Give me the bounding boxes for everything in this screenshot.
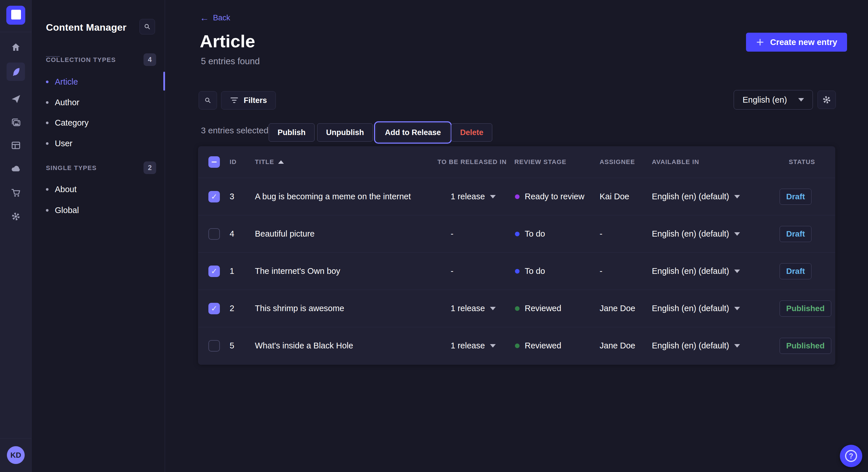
cell-available-dropdown[interactable]: English (en) (default) <box>650 192 778 201</box>
sidebar-item-category[interactable]: Category <box>46 114 155 131</box>
question-mark-icon: ? <box>845 450 857 462</box>
cloud-icon[interactable] <box>0 158 32 178</box>
media-icon[interactable] <box>0 112 32 133</box>
column-header-title[interactable]: TITLE <box>255 158 431 166</box>
home-icon[interactable] <box>0 37 32 57</box>
locale-select[interactable]: English (en) <box>734 90 813 109</box>
cell-released-dropdown[interactable]: 1 release <box>431 341 511 350</box>
chevron-down-icon <box>490 307 496 310</box>
row-checkbox[interactable] <box>208 228 220 240</box>
column-header-title-label: TITLE <box>255 158 274 166</box>
cell-id: 3 <box>229 192 255 201</box>
cell-assignee: Jane Doe <box>598 304 650 313</box>
sidebar-item-label: Global <box>55 206 79 215</box>
stage-label: Reviewed <box>525 341 561 350</box>
page-title: Article <box>200 31 255 51</box>
cell-available-dropdown[interactable]: English (en) (default) <box>650 229 778 239</box>
cell-available-dropdown[interactable]: English (en) (default) <box>650 304 778 313</box>
feather-icon[interactable] <box>7 63 25 81</box>
search-button[interactable] <box>198 91 217 109</box>
select-all-checkbox[interactable] <box>208 156 220 168</box>
cell-review-stage: To do <box>511 266 598 276</box>
column-header-assignee: ASSIGNEE <box>598 158 650 166</box>
row-checkbox[interactable] <box>208 266 220 277</box>
status-badge: Draft <box>780 189 811 205</box>
section-single-types: SINGLE TYPES <box>46 164 97 172</box>
sidebar-item-author[interactable]: Author <box>46 94 155 111</box>
row-checkbox[interactable] <box>208 340 220 351</box>
delete-button[interactable]: Delete <box>451 123 492 142</box>
table-row[interactable]: 5 What's inside a Black Hole 1 release R… <box>198 327 835 364</box>
column-header-released: TO BE RELEASED IN <box>431 158 511 166</box>
cell-review-stage: Reviewed <box>511 341 598 350</box>
cell-review-stage: Reviewed <box>511 304 598 313</box>
send-icon[interactable] <box>0 89 32 109</box>
single-types-count-badge: 2 <box>144 162 156 174</box>
create-button-label: Create new entry <box>770 38 837 47</box>
entries-table: ID TITLE TO BE RELEASED IN REVIEW STAGE … <box>198 146 835 365</box>
bullet-icon <box>46 80 49 83</box>
chevron-down-icon <box>490 344 496 347</box>
row-checkbox[interactable] <box>208 303 220 314</box>
view-settings-button[interactable] <box>817 91 836 109</box>
locale-value: English (en) <box>743 95 787 105</box>
chevron-down-icon <box>734 270 740 273</box>
sidebar-item-article[interactable]: Article <box>46 73 155 90</box>
chevron-down-icon <box>490 195 496 198</box>
bullet-icon <box>46 101 49 104</box>
stage-label: To do <box>525 229 545 239</box>
cell-title: What's inside a Black Hole <box>255 341 431 350</box>
back-link[interactable]: ← Back <box>200 13 230 22</box>
status-badge: Draft <box>780 263 811 279</box>
user-avatar[interactable]: KD <box>7 446 25 464</box>
table-row[interactable]: 1 The internet's Own boy - To do - Engli… <box>198 252 835 290</box>
table-row[interactable]: 2 This shrimp is awesome 1 release Revie… <box>198 290 835 327</box>
collection-types-count-badge: 4 <box>144 53 156 66</box>
cell-assignee: Kai Doe <box>598 192 650 201</box>
bullet-icon <box>46 142 49 145</box>
sidebar-item-user[interactable]: User <box>46 135 155 152</box>
active-item-indicator <box>163 72 165 91</box>
available-value: English (en) (default) <box>652 304 729 313</box>
search-icon <box>204 97 212 104</box>
publish-button[interactable]: Publish <box>269 123 315 142</box>
cell-available-dropdown[interactable]: English (en) (default) <box>650 266 778 276</box>
strapi-logo[interactable] <box>6 6 25 25</box>
subnav-search-button[interactable] <box>140 19 155 34</box>
sidebar-item-about[interactable]: About <box>46 181 155 198</box>
cell-title: A bug is becoming a meme on the internet <box>255 192 431 201</box>
released-value: 1 release <box>451 192 485 201</box>
back-label: Back <box>213 13 230 22</box>
sidebar-item-global[interactable]: Global <box>46 202 155 218</box>
help-button[interactable]: ? <box>840 445 862 467</box>
search-icon <box>144 23 151 30</box>
cell-id: 1 <box>229 266 255 276</box>
table-row[interactable]: 3 A bug is becoming a meme on the intern… <box>198 178 835 215</box>
cart-icon[interactable] <box>0 182 32 202</box>
add-to-release-button[interactable]: Add to Release <box>376 123 450 142</box>
status-badge: Published <box>780 338 831 354</box>
stage-dot-icon <box>515 194 520 199</box>
main-content: ← Back Article 5 entries found Create ne… <box>165 0 868 472</box>
plus-icon <box>756 38 764 46</box>
cell-available-dropdown[interactable]: English (en) (default) <box>650 341 778 350</box>
sidebar-item-label: About <box>55 185 76 194</box>
cell-id: 4 <box>229 229 255 239</box>
create-new-entry-button[interactable]: Create new entry <box>746 33 847 52</box>
available-value: English (en) (default) <box>652 192 729 201</box>
cell-released: - <box>431 229 511 239</box>
cell-released-dropdown[interactable]: 1 release <box>431 192 511 201</box>
chevron-down-icon <box>734 307 740 310</box>
cell-released-dropdown[interactable]: 1 release <box>431 304 511 313</box>
table-row[interactable]: 4 Beautiful picture - To do - English (e… <box>198 215 835 252</box>
cell-assignee: - <box>598 266 650 276</box>
unpublish-button[interactable]: Unpublish <box>317 123 373 142</box>
stage-dot-icon <box>515 232 520 236</box>
available-value: English (en) (default) <box>652 266 729 276</box>
gear-icon[interactable] <box>0 206 32 227</box>
available-value: English (en) (default) <box>652 341 729 350</box>
sidebar-item-label: Article <box>55 77 78 87</box>
filters-button[interactable]: Filters <box>221 91 276 109</box>
layout-icon[interactable] <box>0 135 32 156</box>
row-checkbox[interactable] <box>208 191 220 202</box>
